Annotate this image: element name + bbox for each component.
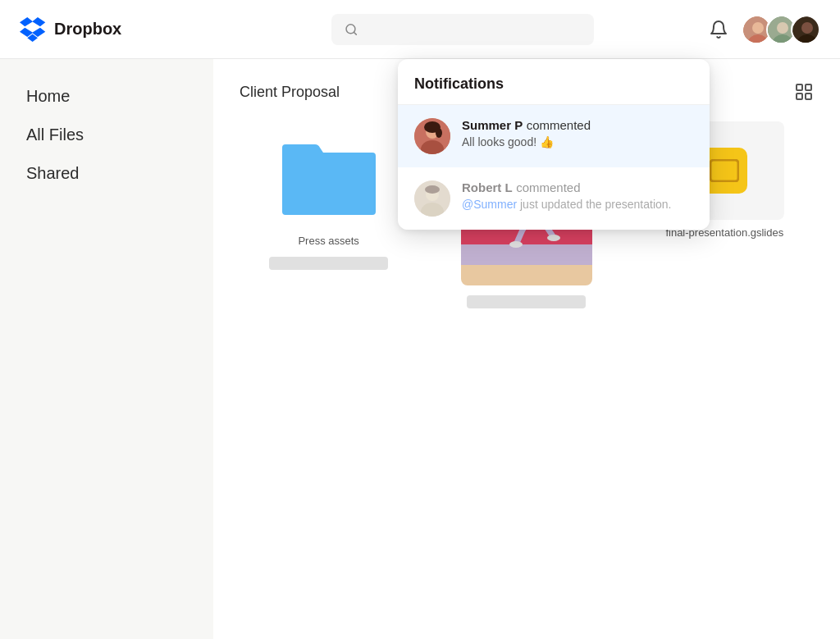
grid-view-icon[interactable] <box>794 82 814 102</box>
svg-point-37 <box>436 128 442 138</box>
logo-area: Dropbox <box>20 16 217 43</box>
notification-dropdown: Notifications Summer P commented All loo… <box>398 59 710 230</box>
logo-text: Dropbox <box>54 20 121 39</box>
robert-name: Robert L <box>462 180 513 194</box>
photo-meta-bar <box>467 295 586 308</box>
svg-point-41 <box>425 185 440 194</box>
notification-text-robert: Robert L commented <box>462 180 693 195</box>
sidebar-item-shared[interactable]: Shared <box>16 156 197 191</box>
slides-shape-icon <box>710 159 739 182</box>
summer-action: commented <box>527 118 591 132</box>
folder-icon <box>276 130 382 220</box>
svg-line-1 <box>354 32 356 34</box>
svg-point-9 <box>801 22 813 34</box>
dropbox-logo-icon <box>20 16 46 43</box>
summer-avatar-img <box>414 118 450 154</box>
summer-name: Summer P <box>462 118 523 132</box>
svg-rect-18 <box>461 244 592 265</box>
notification-avatar-robert <box>414 180 450 217</box>
header: Dropbox <box>0 0 840 59</box>
robert-message: @Summer just updated the presentation. <box>462 198 693 211</box>
search-area <box>217 14 709 45</box>
notification-item-robert[interactable]: Robert L commented @Summer just updated … <box>398 167 710 230</box>
avatar-dark-img <box>792 16 820 44</box>
search-box[interactable] <box>331 14 594 45</box>
search-input[interactable] <box>366 22 581 36</box>
svg-rect-19 <box>461 265 592 285</box>
svg-rect-12 <box>806 84 811 90</box>
folder-thumbnail <box>263 121 395 228</box>
notification-content-summer: Summer P commented All looks good! 👍 <box>462 118 693 148</box>
robert-action: commented <box>516 180 580 194</box>
file-meta-bar <box>269 257 388 270</box>
notification-content-robert: Robert L commented @Summer just updated … <box>462 180 693 211</box>
sidebar: Home All Files Shared <box>0 59 213 639</box>
breadcrumb-text: Client Proposal <box>240 84 340 101</box>
header-actions <box>709 15 820 44</box>
avatar-3 <box>791 15 820 44</box>
robert-message-body: just updated the presentation. <box>517 198 671 211</box>
search-icon <box>345 22 358 37</box>
notification-item-summer[interactable]: Summer P commented All looks good! 👍 <box>398 105 710 167</box>
summer-message: All looks good! 👍 <box>462 135 693 148</box>
svg-point-29 <box>509 241 523 248</box>
notification-text-summer: Summer P commented <box>462 118 693 133</box>
svg-point-6 <box>777 22 788 34</box>
svg-rect-14 <box>806 94 811 99</box>
svg-point-3 <box>752 22 764 34</box>
avatar-group <box>742 15 820 44</box>
svg-rect-13 <box>797 94 802 99</box>
notification-avatar-summer <box>414 118 450 154</box>
notification-title: Notifications <box>398 59 710 105</box>
file-item-press-assets[interactable]: Press assets <box>240 121 418 308</box>
robert-avatar-img <box>414 180 450 217</box>
svg-rect-32 <box>714 164 734 177</box>
sidebar-item-home[interactable]: Home <box>16 79 197 114</box>
file-label-press-assets: Press assets <box>298 235 358 247</box>
bell-icon[interactable] <box>709 20 728 39</box>
svg-point-30 <box>547 235 560 241</box>
mention-text: @Summer <box>462 198 517 211</box>
sidebar-item-all-files[interactable]: All Files <box>16 117 197 153</box>
svg-rect-11 <box>797 84 802 90</box>
